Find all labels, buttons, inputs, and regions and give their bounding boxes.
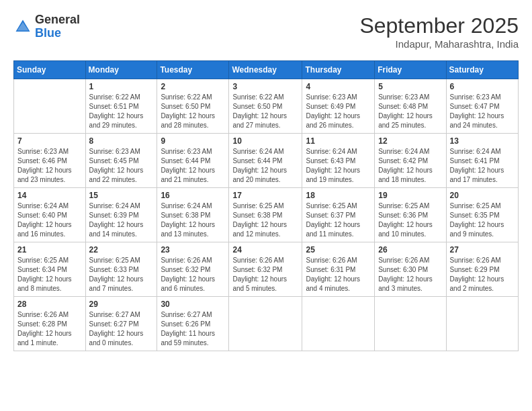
day-number: 25 [306, 245, 371, 255]
logo: General Blue [13, 13, 80, 40]
day-info: Sunrise: 6:23 AMSunset: 6:46 PMDaylight:… [17, 147, 82, 185]
day-cell: 15Sunrise: 6:24 AMSunset: 6:39 PMDayligh… [85, 188, 157, 242]
col-sunday: Sunday [14, 61, 86, 79]
day-number: 18 [306, 191, 371, 200]
title-block: September 2025 Indapur, Maharashtra, Ind… [359, 13, 519, 50]
day-number: 5 [378, 82, 442, 91]
day-number: 21 [17, 245, 82, 255]
day-number: 10 [232, 136, 298, 146]
day-info: Sunrise: 6:23 AMSunset: 6:47 PMDaylight:… [450, 93, 515, 130]
day-number: 8 [89, 136, 154, 146]
logo-general: General [35, 13, 80, 26]
day-number: 17 [232, 191, 298, 200]
day-number: 26 [378, 245, 442, 255]
day-number: 2 [161, 82, 225, 91]
day-cell: 1Sunrise: 6:22 AMSunset: 6:51 PMDaylight… [85, 79, 157, 134]
day-number: 15 [89, 191, 154, 200]
day-info: Sunrise: 6:22 AMSunset: 6:50 PMDaylight:… [161, 93, 225, 130]
day-cell: 5Sunrise: 6:23 AMSunset: 6:48 PMDaylight… [375, 79, 446, 134]
location-subtitle: Indapur, Maharashtra, India [359, 38, 519, 50]
day-cell: 17Sunrise: 6:25 AMSunset: 6:38 PMDayligh… [229, 188, 302, 242]
day-number: 14 [17, 191, 82, 200]
day-cell: 21Sunrise: 6:25 AMSunset: 6:34 PMDayligh… [14, 242, 86, 297]
day-cell: 7Sunrise: 6:23 AMSunset: 6:46 PMDaylight… [14, 134, 86, 188]
day-number: 1 [89, 82, 154, 91]
week-row-2: 14Sunrise: 6:24 AMSunset: 6:40 PMDayligh… [14, 188, 519, 242]
col-saturday: Saturday [446, 61, 518, 79]
day-cell: 25Sunrise: 6:26 AMSunset: 6:31 PMDayligh… [302, 242, 375, 297]
day-number: 23 [161, 245, 225, 255]
day-number: 3 [232, 82, 298, 91]
day-info: Sunrise: 6:22 AMSunset: 6:50 PMDaylight:… [232, 93, 298, 130]
day-info: Sunrise: 6:27 AMSunset: 6:26 PMDaylight:… [161, 310, 225, 348]
day-number: 7 [17, 136, 82, 146]
day-info: Sunrise: 6:24 AMSunset: 6:42 PMDaylight:… [378, 147, 442, 185]
day-info: Sunrise: 6:23 AMSunset: 6:48 PMDaylight:… [378, 93, 442, 130]
day-info: Sunrise: 6:23 AMSunset: 6:45 PMDaylight:… [89, 147, 154, 185]
day-cell: 8Sunrise: 6:23 AMSunset: 6:45 PMDaylight… [85, 134, 157, 188]
day-number: 27 [450, 245, 515, 255]
month-title: September 2025 [359, 13, 519, 38]
day-cell: 11Sunrise: 6:24 AMSunset: 6:43 PMDayligh… [302, 134, 375, 188]
day-cell: 24Sunrise: 6:26 AMSunset: 6:32 PMDayligh… [229, 242, 302, 297]
day-number: 30 [161, 300, 225, 309]
day-info: Sunrise: 6:22 AMSunset: 6:51 PMDaylight:… [89, 93, 154, 130]
day-cell: 10Sunrise: 6:24 AMSunset: 6:44 PMDayligh… [229, 134, 302, 188]
day-info: Sunrise: 6:25 AMSunset: 6:34 PMDaylight:… [17, 256, 82, 293]
day-number: 4 [306, 82, 371, 91]
calendar-table: Sunday Monday Tuesday Wednesday Thursday… [13, 60, 519, 351]
day-number: 20 [450, 191, 515, 200]
day-number: 19 [378, 191, 442, 200]
day-cell: 30Sunrise: 6:27 AMSunset: 6:26 PMDayligh… [157, 297, 229, 351]
day-info: Sunrise: 6:25 AMSunset: 6:33 PMDaylight:… [89, 256, 154, 293]
logo-text: General Blue [35, 13, 80, 40]
day-info: Sunrise: 6:23 AMSunset: 6:44 PMDaylight:… [161, 147, 225, 185]
day-cell: 6Sunrise: 6:23 AMSunset: 6:47 PMDaylight… [446, 79, 518, 134]
day-info: Sunrise: 6:26 AMSunset: 6:31 PMDaylight:… [306, 256, 371, 293]
day-number: 13 [450, 136, 515, 146]
day-info: Sunrise: 6:24 AMSunset: 6:41 PMDaylight:… [450, 147, 515, 185]
day-cell: 14Sunrise: 6:24 AMSunset: 6:40 PMDayligh… [14, 188, 86, 242]
day-cell: 4Sunrise: 6:23 AMSunset: 6:49 PMDaylight… [302, 79, 375, 134]
day-cell: 13Sunrise: 6:24 AMSunset: 6:41 PMDayligh… [446, 134, 518, 188]
day-cell: 12Sunrise: 6:24 AMSunset: 6:42 PMDayligh… [375, 134, 446, 188]
day-info: Sunrise: 6:26 AMSunset: 6:28 PMDaylight:… [17, 310, 82, 348]
day-number: 12 [378, 136, 442, 146]
day-info: Sunrise: 6:26 AMSunset: 6:30 PMDaylight:… [378, 256, 442, 293]
col-tuesday: Tuesday [157, 61, 229, 79]
day-info: Sunrise: 6:23 AMSunset: 6:49 PMDaylight:… [306, 93, 371, 130]
day-cell: 16Sunrise: 6:24 AMSunset: 6:38 PMDayligh… [157, 188, 229, 242]
day-number: 11 [306, 136, 371, 146]
day-cell: 2Sunrise: 6:22 AMSunset: 6:50 PMDaylight… [157, 79, 229, 134]
day-cell: 27Sunrise: 6:26 AMSunset: 6:29 PMDayligh… [446, 242, 518, 297]
day-info: Sunrise: 6:26 AMSunset: 6:29 PMDaylight:… [450, 256, 515, 293]
day-number: 22 [89, 245, 154, 255]
col-friday: Friday [375, 61, 446, 79]
day-cell [302, 297, 375, 351]
day-info: Sunrise: 6:24 AMSunset: 6:39 PMDaylight:… [89, 201, 154, 239]
day-info: Sunrise: 6:24 AMSunset: 6:44 PMDaylight:… [232, 147, 298, 185]
day-number: 6 [450, 82, 515, 91]
day-info: Sunrise: 6:26 AMSunset: 6:32 PMDaylight:… [232, 256, 298, 293]
day-cell [446, 297, 518, 351]
day-info: Sunrise: 6:24 AMSunset: 6:43 PMDaylight:… [306, 147, 371, 185]
calendar-body: 1Sunrise: 6:22 AMSunset: 6:51 PMDaylight… [14, 79, 519, 351]
day-cell: 18Sunrise: 6:25 AMSunset: 6:37 PMDayligh… [302, 188, 375, 242]
col-wednesday: Wednesday [229, 61, 302, 79]
day-number: 9 [161, 136, 225, 146]
day-cell: 19Sunrise: 6:25 AMSunset: 6:36 PMDayligh… [375, 188, 446, 242]
week-row-1: 7Sunrise: 6:23 AMSunset: 6:46 PMDaylight… [14, 134, 519, 188]
day-info: Sunrise: 6:27 AMSunset: 6:27 PMDaylight:… [89, 310, 154, 348]
day-cell: 3Sunrise: 6:22 AMSunset: 6:50 PMDaylight… [229, 79, 302, 134]
page-header: General Blue September 2025 Indapur, Mah… [13, 13, 519, 50]
day-info: Sunrise: 6:26 AMSunset: 6:32 PMDaylight:… [161, 256, 225, 293]
day-info: Sunrise: 6:25 AMSunset: 6:38 PMDaylight:… [232, 201, 298, 239]
day-cell: 28Sunrise: 6:26 AMSunset: 6:28 PMDayligh… [14, 297, 86, 351]
day-number: 28 [17, 300, 82, 309]
day-cell [375, 297, 446, 351]
day-info: Sunrise: 6:25 AMSunset: 6:36 PMDaylight:… [378, 201, 442, 239]
day-cell: 9Sunrise: 6:23 AMSunset: 6:44 PMDaylight… [157, 134, 229, 188]
day-cell [229, 297, 302, 351]
logo-icon [13, 17, 32, 36]
day-number: 16 [161, 191, 225, 200]
